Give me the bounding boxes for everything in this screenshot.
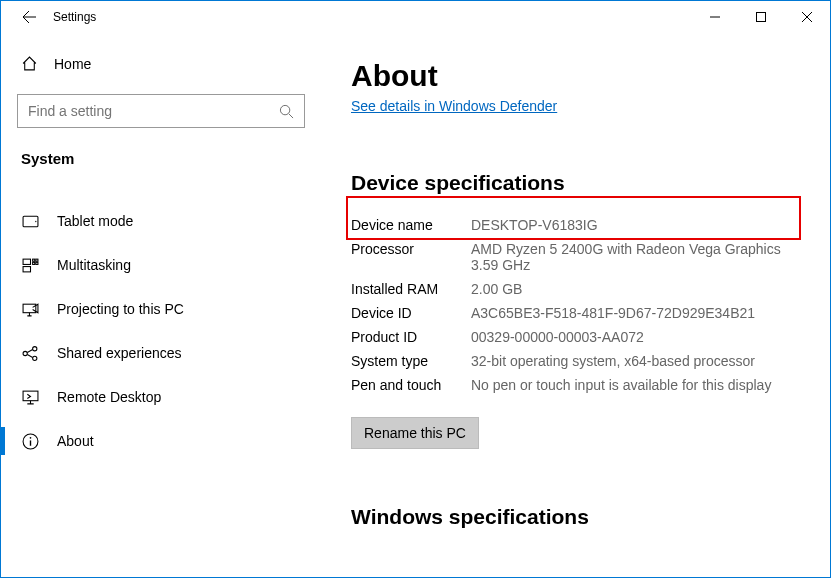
home-label: Home <box>54 56 91 72</box>
svg-rect-0 <box>757 13 766 22</box>
svg-rect-7 <box>35 259 37 261</box>
spec-pen-touch: Pen and touch No pen or touch input is a… <box>351 373 800 397</box>
sidebar-item-projecting[interactable]: Projecting to this PC <box>17 287 305 331</box>
close-button[interactable] <box>784 1 830 33</box>
spec-value: DESKTOP-V6183IG <box>471 217 800 233</box>
search-input[interactable] <box>28 103 294 119</box>
title-bar: Settings <box>1 1 830 33</box>
sidebar-item-tablet-mode[interactable]: Tablet mode <box>17 199 305 243</box>
svg-point-12 <box>32 346 36 350</box>
sidebar-item-label: Remote Desktop <box>57 389 161 405</box>
page-title: About <box>351 59 800 93</box>
project-icon <box>21 301 39 318</box>
sidebar-item-remote-desktop[interactable]: Remote Desktop <box>17 375 305 419</box>
search-input-container[interactable] <box>17 94 305 128</box>
spec-device-id: Device ID A3C65BE3-F518-481F-9D67-72D929… <box>351 301 800 325</box>
svg-rect-4 <box>23 259 30 264</box>
svg-rect-8 <box>32 262 34 264</box>
sidebar-item-multitasking[interactable]: Multitasking <box>17 243 305 287</box>
home-icon <box>21 55 38 72</box>
sidebar: Home System Tablet mode Multitasking <box>1 33 321 577</box>
maximize-button[interactable] <box>738 1 784 33</box>
spec-ram: Installed RAM 2.00 GB <box>351 277 800 301</box>
svg-rect-10 <box>23 304 36 313</box>
defender-link[interactable]: See details in Windows Defender <box>351 98 557 114</box>
share-icon <box>21 345 39 362</box>
multitask-icon <box>21 257 39 274</box>
svg-point-1 <box>280 105 289 114</box>
sidebar-item-label: Shared experiences <box>57 345 182 361</box>
tablet-icon <box>21 213 39 230</box>
spec-label: Processor <box>351 241 471 273</box>
info-icon <box>21 433 39 450</box>
device-spec-heading: Device specifications <box>351 171 800 195</box>
svg-point-11 <box>23 351 27 355</box>
svg-point-16 <box>29 436 31 438</box>
svg-point-13 <box>32 356 36 360</box>
spec-value: 00329-00000-00003-AA072 <box>471 329 800 345</box>
arrow-left-icon <box>21 9 37 25</box>
spec-device-name: Device name DESKTOP-V6183IG <box>351 213 800 237</box>
spec-processor: Processor AMD Ryzen 5 2400G with Radeon … <box>351 237 800 277</box>
spec-product-id: Product ID 00329-00000-00003-AA072 <box>351 325 800 349</box>
sidebar-item-shared-experiences[interactable]: Shared experiences <box>17 331 305 375</box>
sidebar-item-label: Multitasking <box>57 257 131 273</box>
spec-value: 32-bit operating system, x64-based proce… <box>471 353 800 369</box>
svg-rect-5 <box>23 266 30 271</box>
spec-value: AMD Ryzen 5 2400G with Radeon Vega Graph… <box>471 241 800 273</box>
window-controls <box>692 1 830 33</box>
spec-value: No pen or touch input is available for t… <box>471 377 800 393</box>
sidebar-item-about[interactable]: About <box>17 419 305 463</box>
sidebar-item-label: Tablet mode <box>57 213 133 229</box>
spec-value: 2.00 GB <box>471 281 800 297</box>
window-title: Settings <box>49 10 96 24</box>
back-button[interactable] <box>9 1 49 33</box>
rename-pc-button[interactable]: Rename this PC <box>351 417 479 449</box>
spec-label: Device ID <box>351 305 471 321</box>
spec-label: Pen and touch <box>351 377 471 393</box>
spec-label: Installed RAM <box>351 281 471 297</box>
remote-icon <box>21 389 39 406</box>
spec-label: Device name <box>351 217 471 233</box>
svg-rect-6 <box>32 259 34 261</box>
search-icon <box>279 104 294 119</box>
maximize-icon <box>756 12 766 22</box>
category-label: System <box>17 128 305 179</box>
svg-point-3 <box>35 220 36 221</box>
home-nav[interactable]: Home <box>17 47 305 80</box>
svg-rect-9 <box>35 262 37 264</box>
sidebar-item-label: Projecting to this PC <box>57 301 184 317</box>
spec-label: System type <box>351 353 471 369</box>
minimize-button[interactable] <box>692 1 738 33</box>
main-content: About See details in Windows Defender De… <box>321 33 830 577</box>
spec-system-type: System type 32-bit operating system, x64… <box>351 349 800 373</box>
spec-value: A3C65BE3-F518-481F-9D67-72D929E34B21 <box>471 305 800 321</box>
sidebar-item-label: About <box>57 433 94 449</box>
close-icon <box>802 12 812 22</box>
spec-label: Product ID <box>351 329 471 345</box>
minimize-icon <box>710 12 720 22</box>
windows-spec-heading: Windows specifications <box>351 505 800 529</box>
